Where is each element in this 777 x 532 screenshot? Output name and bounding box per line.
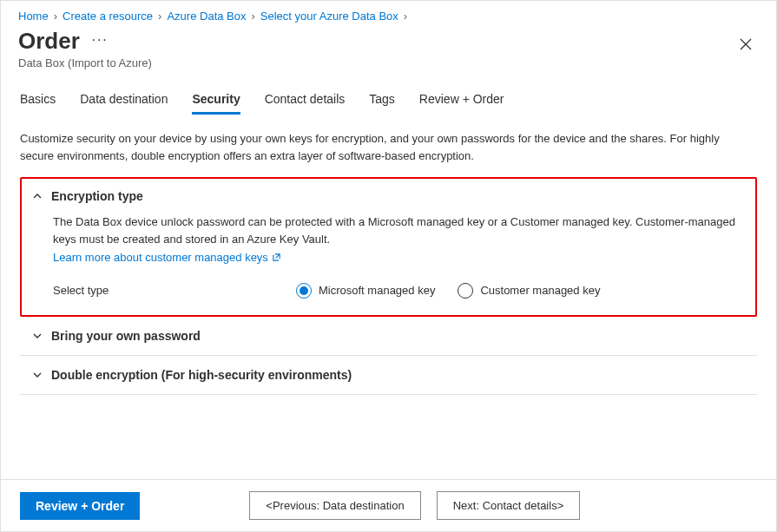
page-subtitle: Data Box (Import to Azure) xyxy=(18,56,152,69)
section-encryption-type: Encryption type The Data Box device unlo… xyxy=(20,177,757,317)
encryption-type-radiogroup: Microsoft managed key Customer managed k… xyxy=(296,282,600,299)
tab-list: Basics Data destination Security Contact… xyxy=(1,82,776,115)
section-double-title: Double encryption (For high-security env… xyxy=(51,368,352,382)
chevron-right-icon: › xyxy=(251,10,254,23)
page-header: Order ··· Data Box (Import to Azure) xyxy=(1,26,776,82)
page-title: Order xyxy=(18,28,80,55)
section-double-encryption: Double encryption (For high-security env… xyxy=(20,356,757,394)
breadcrumb-select-box[interactable]: Select your Azure Data Box xyxy=(260,10,398,23)
breadcrumb-home[interactable]: Home xyxy=(18,10,49,23)
tab-description: Customize security on your device by usi… xyxy=(1,115,739,177)
chevron-right-icon: › xyxy=(54,10,57,23)
radio-customer-managed-key[interactable]: Customer managed key xyxy=(458,282,600,299)
select-type-label: Select type xyxy=(53,282,296,299)
chevron-down-icon xyxy=(32,331,43,341)
section-double-toggle[interactable]: Double encryption (For high-security env… xyxy=(22,358,755,392)
chevron-down-icon xyxy=(32,370,43,380)
learn-more-link-text: Learn more about customer managed keys xyxy=(53,249,268,266)
radio-customer-label: Customer managed key xyxy=(480,282,600,299)
external-link-icon xyxy=(272,253,281,262)
close-button[interactable] xyxy=(733,31,759,60)
tab-basics[interactable]: Basics xyxy=(20,85,56,115)
encryption-body-text: The Data Box device unlock password can … xyxy=(53,213,743,248)
section-password-title: Bring your own password xyxy=(51,329,201,343)
close-icon xyxy=(740,38,752,50)
tab-review-order[interactable]: Review + Order xyxy=(419,85,504,115)
breadcrumb: Home › Create a resource › Azure Data Bo… xyxy=(1,1,776,26)
review-order-button[interactable]: Review + Order xyxy=(20,492,140,520)
previous-button[interactable]: <Previous: Data destination xyxy=(249,491,420,520)
breadcrumb-create-resource[interactable]: Create a resource xyxy=(63,10,153,23)
radio-circle-icon xyxy=(458,283,473,299)
learn-more-link[interactable]: Learn more about customer managed keys xyxy=(53,249,281,266)
chevron-right-icon: › xyxy=(158,10,161,23)
footer-actions: Review + Order <Previous: Data destinati… xyxy=(1,479,776,531)
section-encryption-toggle[interactable]: Encryption type xyxy=(22,179,755,213)
tab-tags[interactable]: Tags xyxy=(369,85,395,115)
tab-data-destination[interactable]: Data destination xyxy=(80,85,168,115)
chevron-up-icon xyxy=(32,191,43,201)
breadcrumb-azure-data-box[interactable]: Azure Data Box xyxy=(167,10,246,23)
tab-security[interactable]: Security xyxy=(192,85,240,115)
tab-contact-details[interactable]: Contact details xyxy=(265,85,346,115)
section-encryption-title: Encryption type xyxy=(51,189,143,203)
radio-circle-icon xyxy=(296,283,312,299)
section-password-toggle[interactable]: Bring your own password xyxy=(22,319,755,353)
chevron-right-icon: › xyxy=(404,10,407,23)
divider xyxy=(20,394,757,395)
radio-microsoft-managed-key[interactable]: Microsoft managed key xyxy=(296,282,435,299)
section-bring-your-own-password: Bring your own password xyxy=(20,317,757,355)
next-button[interactable]: Next: Contact details> xyxy=(437,491,581,520)
radio-microsoft-label: Microsoft managed key xyxy=(319,282,435,299)
more-icon[interactable]: ··· xyxy=(91,28,108,52)
